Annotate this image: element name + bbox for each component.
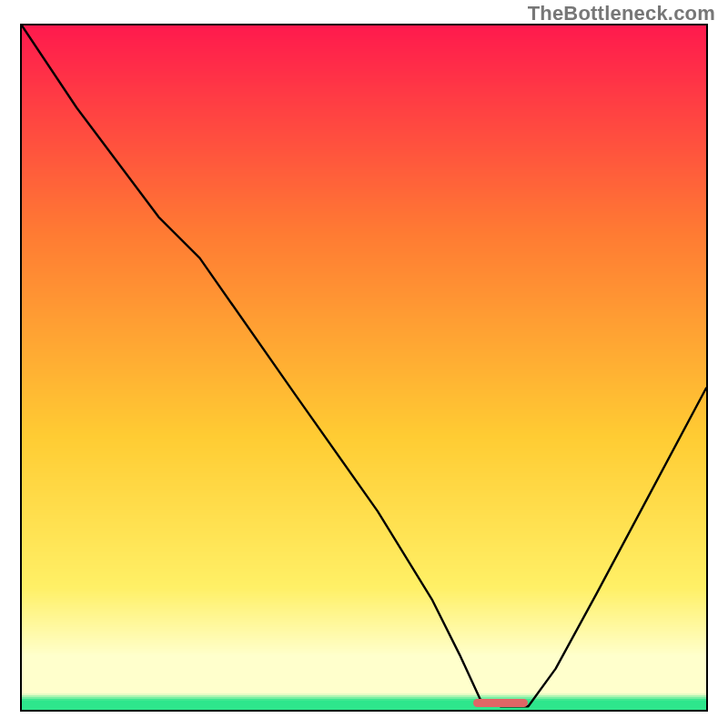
watermark-text: TheBottleneck.com [528, 2, 715, 25]
plot-area [20, 24, 708, 712]
background-gradient [22, 25, 706, 710]
optimal-region-marker [473, 699, 528, 707]
